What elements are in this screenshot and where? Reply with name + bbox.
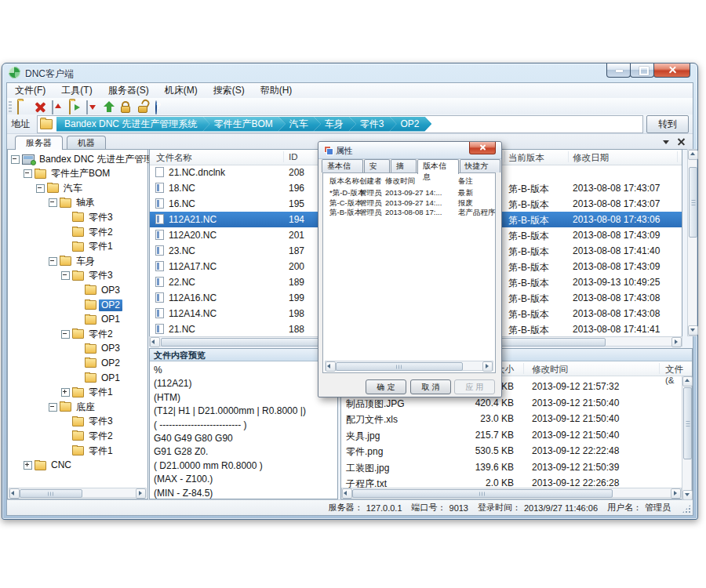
- folder-icon: [60, 256, 71, 266]
- delete-icon[interactable]: [32, 100, 49, 114]
- cell: 2013-08-08 17:41:41: [573, 324, 660, 335]
- scroll-down-icon[interactable]: [688, 325, 698, 336]
- preview-line: (MIN - Z-84.5): [154, 487, 337, 499]
- column-version-name[interactable]: 版本名称: [329, 176, 359, 187]
- scroll-thumb[interactable]: [352, 489, 613, 498]
- unlock-icon[interactable]: [136, 100, 153, 114]
- column-modify-time[interactable]: 修改时间: [385, 176, 415, 187]
- attachment-row[interactable]: 夹具.jpg215.7 KB2013-09-12 21:50:40: [341, 427, 692, 443]
- cell: 420.4 KB: [443, 397, 514, 408]
- menu-item-5[interactable]: 帮助(H): [253, 84, 300, 97]
- tree-item-label: OP1: [99, 372, 122, 384]
- scroll-left-icon[interactable]: [9, 488, 20, 499]
- ok-button[interactable]: 确 定: [366, 379, 406, 394]
- menu-item-4[interactable]: 搜索(S): [206, 84, 253, 97]
- version-row[interactable]: 第-B-版本管理员2013-08-08 17:...老产品程序: [323, 208, 495, 217]
- scroll-right-icon[interactable]: [671, 337, 682, 347]
- attachment-row[interactable]: 零件.png530.5 KB2013-09-12 22:22:48: [341, 443, 692, 459]
- upload-icon[interactable]: [101, 100, 118, 114]
- title-bar[interactable]: DNC客户端: [2, 64, 697, 82]
- tab-machine[interactable]: 机器: [67, 136, 106, 149]
- address-input[interactable]: Bandex DNC 先进生产管理系统零件生产BOM汽车车身零件3OP2: [37, 115, 643, 133]
- dialog-tab-1[interactable]: 安全: [364, 159, 390, 172]
- go-button[interactable]: 转到: [646, 115, 689, 133]
- cell: 21.NC.dnclnk: [169, 167, 225, 178]
- menu-item-0[interactable]: 文件(F): [7, 84, 53, 97]
- tree-item[interactable]: Bandex DNC 先进生产管理系统: [8, 152, 151, 166]
- scroll-right-icon[interactable]: [671, 488, 681, 499]
- cell: 第-B-版本: [508, 245, 549, 259]
- scroll-right-icon[interactable]: [136, 488, 146, 499]
- scroll-up-icon[interactable]: [682, 376, 693, 387]
- column-note[interactable]: 备注: [458, 176, 473, 187]
- expand-minus-icon[interactable]: [49, 403, 57, 412]
- new-folder-icon[interactable]: [15, 100, 32, 114]
- version-row[interactable]: *第-D-版本管理员2013-09-27 14:...最新: [323, 188, 495, 198]
- dialog-title-bar[interactable]: 属性: [318, 142, 501, 159]
- apply-button[interactable]: 应 用: [454, 379, 495, 394]
- check-out-file-icon[interactable]: [84, 100, 101, 114]
- open-folder-icon[interactable]: [67, 100, 84, 114]
- scroll-up-icon[interactable]: [688, 150, 698, 160]
- chevron-down-icon[interactable]: [663, 140, 669, 147]
- help-icon[interactable]: [153, 100, 170, 114]
- cell: 第-B-版本: [508, 324, 549, 337]
- dialog-tab-0[interactable]: 基本信息: [322, 159, 363, 172]
- expand-minus-icon[interactable]: [24, 169, 32, 178]
- cell: 第-C-版本: [329, 198, 362, 209]
- tab-server[interactable]: 服务器: [15, 136, 63, 150]
- scroll-right-icon[interactable]: [482, 361, 493, 372]
- breadcrumb-segment-0[interactable]: Bandex DNC 先进生产管理系统: [56, 117, 209, 132]
- dialog-tab-4[interactable]: 快捷方式: [460, 159, 501, 172]
- dialog-close-button[interactable]: [469, 142, 496, 154]
- scroll-thumb[interactable]: [683, 387, 692, 459]
- tree-hscrollbar[interactable]: [9, 488, 147, 498]
- dialog-tab-2[interactable]: 摘要: [391, 159, 417, 172]
- toolbar-grip[interactable]: [9, 101, 12, 112]
- scroll-thumb[interactable]: [20, 489, 82, 498]
- cell: 报废: [458, 198, 473, 209]
- menu-item-2[interactable]: 服务器(S): [100, 84, 157, 97]
- lock-icon[interactable]: [118, 100, 136, 114]
- expand-plus-icon[interactable]: [24, 461, 32, 470]
- cell: 2013-08-08 17:43:08: [573, 292, 660, 303]
- menu-item-3[interactable]: 机床(M): [157, 84, 206, 97]
- dialog-hscrollbar[interactable]: [325, 361, 493, 371]
- attachments-hscrollbar[interactable]: [341, 488, 682, 498]
- expand-minus-icon[interactable]: [61, 330, 70, 339]
- expand-plus-icon[interactable]: [61, 388, 70, 397]
- tree-item[interactable]: 零件生产BOM: [8, 167, 163, 181]
- cell: 22.NC: [169, 277, 195, 288]
- address-label: 地址: [11, 118, 37, 131]
- column-creator[interactable]: 创建者: [359, 176, 382, 187]
- folder-icon: [72, 431, 84, 441]
- expand-minus-icon[interactable]: [49, 198, 57, 207]
- attachments-vscrollbar[interactable]: [682, 376, 692, 501]
- close-button[interactable]: [653, 64, 690, 78]
- file-list-vscrollbar[interactable]: [687, 149, 697, 336]
- panel-close-icon[interactable]: [678, 138, 685, 145]
- breadcrumb-segment-4[interactable]: 零件3: [349, 117, 397, 132]
- folder-icon: [85, 300, 96, 310]
- dialog-tab-3[interactable]: 版本信息: [417, 159, 459, 174]
- expand-minus-icon[interactable]: [36, 184, 45, 193]
- scroll-thumb[interactable]: [689, 167, 697, 238]
- tree-item[interactable]: CNC: [8, 459, 163, 473]
- expand-minus-icon[interactable]: [49, 257, 57, 266]
- scroll-left-icon[interactable]: [342, 488, 352, 499]
- expand-minus-icon[interactable]: [11, 155, 20, 164]
- check-in-file-icon[interactable]: [49, 100, 67, 114]
- attachment-row[interactable]: 配刀文件.xls23.0 KB2013-09-12 21:50:40: [341, 411, 692, 426]
- breadcrumb-segment-1[interactable]: 零件生产BOM: [202, 117, 285, 132]
- maximize-button[interactable]: [630, 64, 654, 78]
- scroll-left-icon[interactable]: [326, 361, 336, 372]
- file-icon: [155, 324, 164, 334]
- scroll-left-icon[interactable]: [150, 337, 160, 347]
- expand-minus-icon[interactable]: [61, 271, 70, 280]
- menu-item-1[interactable]: 工具(T): [53, 84, 100, 97]
- scroll-thumb[interactable]: [336, 362, 463, 371]
- cancel-button[interactable]: 取 消: [410, 379, 451, 394]
- version-row[interactable]: 第-C-版本管理员2013-09-27 14:...报废: [323, 198, 495, 208]
- minimize-button[interactable]: [606, 64, 631, 78]
- attachment-row[interactable]: 工装图.jpg139.6 KB2013-09-12 21:50:39: [341, 459, 692, 475]
